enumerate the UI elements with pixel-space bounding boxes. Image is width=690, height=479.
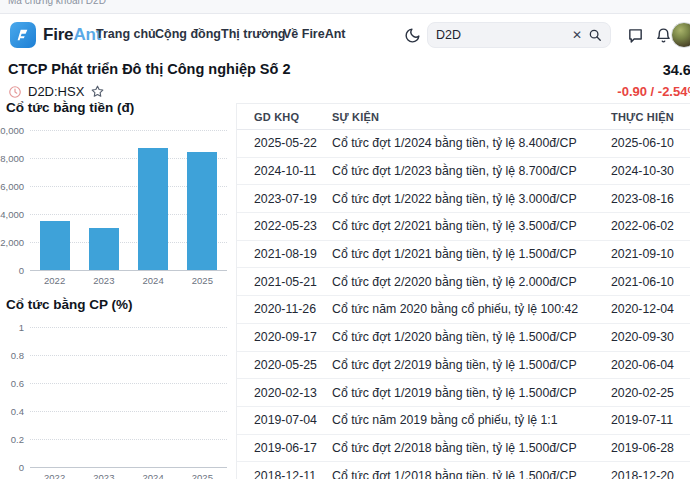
cell-thuc-hien: 2019-06-28 bbox=[611, 441, 690, 455]
x-tick-label: 2024 bbox=[129, 275, 178, 286]
y-tick-label: 0.4 bbox=[0, 406, 24, 417]
y-tick-label: 2,000 bbox=[0, 237, 24, 248]
y-tick-label: 0 bbox=[0, 462, 24, 473]
cell-thuc-hien: 2021-06-10 bbox=[611, 275, 690, 289]
table-row: 2021-05-21Cổ tức đợt 2/2020 bằng tiền, t… bbox=[237, 268, 690, 296]
cell-su-kien: Cổ tức đợt 2/2021 bằng tiền, tỷ lệ 3.500… bbox=[332, 219, 611, 233]
chart-title: Cổ tức bằng CP (%) bbox=[6, 297, 133, 312]
chat-icon bbox=[627, 27, 644, 44]
cell-thuc-hien: 2020-09-30 bbox=[611, 330, 690, 344]
navbar: FireAnt Trang chủ Cộng đồng Thị trường V… bbox=[0, 14, 690, 56]
x-tick-label: 2022 bbox=[30, 472, 79, 479]
y-tick-label: 0.2 bbox=[0, 434, 24, 445]
table-row: 2024-10-11Cổ tức đợt 1/2023 bằng tiền, t… bbox=[237, 158, 690, 186]
x-tick-label: 2024 bbox=[129, 472, 178, 479]
nav-thi-truong[interactable]: Thị trường bbox=[221, 27, 285, 41]
y-tick-label: 0.6 bbox=[0, 378, 24, 389]
cell-gd-khq: 2021-08-19 bbox=[237, 247, 332, 261]
cell-gd-khq: 2019-07-04 bbox=[237, 413, 332, 427]
bar-2024 bbox=[138, 148, 168, 270]
bar-2023 bbox=[89, 228, 119, 270]
watchlist-star-icon[interactable] bbox=[90, 84, 105, 99]
x-axis-line bbox=[30, 467, 227, 468]
x-axis-labels: 2022202320242025 bbox=[30, 472, 227, 479]
cell-gd-khq: 2020-05-25 bbox=[237, 358, 332, 372]
y-tick-label: 10,000 bbox=[0, 125, 24, 136]
x-tick-label: 2022 bbox=[30, 275, 79, 286]
fireant-logo[interactable]: FireAnt bbox=[10, 22, 101, 48]
x-tick-label: 2023 bbox=[79, 275, 128, 286]
y-tick-label: 1 bbox=[0, 322, 24, 333]
table-row: 2020-09-17Cổ tức đợt 1/2020 bằng tiền, t… bbox=[237, 324, 690, 352]
cell-thuc-hien: 2025-06-10 bbox=[611, 136, 690, 150]
price-block: 34.60 bbox=[663, 61, 690, 79]
col-thuc-hien: THỰC HIỆN bbox=[611, 111, 690, 123]
table-row: 2020-11-26Cổ tức năm 2020 bằng cổ phiếu,… bbox=[237, 296, 690, 324]
table-row: 2022-05-23Cổ tức đợt 2/2021 bằng tiền, t… bbox=[237, 213, 690, 241]
table-row: 2021-08-19Cổ tức đợt 1/2021 bằng tiền, t… bbox=[237, 241, 690, 269]
col-su-kien: SỰ KIỆN bbox=[332, 111, 611, 123]
cell-thuc-hien: 2020-06-04 bbox=[611, 358, 690, 372]
cell-su-kien: Cổ tức đợt 1/2023 bằng tiền, tỷ lệ 8.700… bbox=[332, 164, 611, 178]
cell-su-kien: Cổ tức đợt 1/2018 bằng tiền, tỷ lệ 1.500… bbox=[332, 469, 611, 479]
bar-2022 bbox=[40, 221, 70, 270]
messages-button[interactable] bbox=[622, 22, 648, 48]
cell-gd-khq: 2022-05-23 bbox=[237, 219, 332, 233]
x-tick-label: 2025 bbox=[178, 472, 227, 479]
fireant-logo-text: FireAnt bbox=[43, 25, 101, 45]
gridline bbox=[30, 411, 227, 412]
table-row: 2018-12-11Cổ tức đợt 1/2018 bằng tiền, t… bbox=[237, 462, 690, 479]
x-tick-label: 2025 bbox=[178, 275, 227, 286]
table-row: 2019-06-17Cổ tức đợt 2/2018 bằng tiền, t… bbox=[237, 435, 690, 463]
cell-thuc-hien: 2020-02-25 bbox=[611, 386, 690, 400]
cell-thuc-hien: 2023-08-16 bbox=[611, 192, 690, 206]
search-box[interactable]: ✕ bbox=[427, 22, 611, 48]
search-input[interactable] bbox=[436, 28, 566, 42]
cell-su-kien: Cổ tức đợt 2/2018 bằng tiền, tỷ lệ 1.500… bbox=[332, 441, 611, 455]
cell-gd-khq: 2020-09-17 bbox=[237, 330, 332, 344]
nav-cong-dong[interactable]: Cộng đồng bbox=[155, 27, 221, 41]
cell-su-kien: Cổ tức năm 2020 bằng cổ phiếu, tỷ lệ 100… bbox=[332, 302, 611, 316]
dark-mode-toggle[interactable] bbox=[399, 22, 425, 48]
cell-su-kien: Cổ tức đợt 1/2021 bằng tiền, tỷ lệ 1.500… bbox=[332, 247, 611, 261]
nav-trang-chu[interactable]: Trang chủ bbox=[96, 27, 156, 41]
cell-gd-khq: 2025-05-22 bbox=[237, 136, 332, 150]
cell-gd-khq: 2024-10-11 bbox=[237, 164, 332, 178]
table-row: 2025-05-22Cổ tức đợt 1/2024 bằng tiền, t… bbox=[237, 130, 690, 158]
nav-ve-fireant[interactable]: Về FireAnt bbox=[283, 27, 346, 41]
y-tick-label: 6,000 bbox=[0, 181, 24, 192]
table-body: 2025-05-22Cổ tức đợt 1/2024 bằng tiền, t… bbox=[237, 130, 690, 479]
cell-thuc-hien: 2024-10-30 bbox=[611, 164, 690, 178]
cell-thuc-hien: 2022-06-02 bbox=[611, 219, 690, 233]
charts-column: Cổ tức bằng tiền (đ)10,0008,0006,0004,00… bbox=[0, 98, 235, 479]
cell-gd-khq: 2023-07-19 bbox=[237, 192, 332, 206]
gridline bbox=[30, 327, 227, 328]
user-avatar[interactable] bbox=[671, 22, 690, 48]
search-icon[interactable] bbox=[588, 28, 602, 42]
table-row: 2023-07-19Cổ tức đợt 1/2022 bằng tiền, t… bbox=[237, 185, 690, 213]
x-axis-line bbox=[30, 270, 227, 271]
moon-icon bbox=[404, 27, 421, 44]
gridline bbox=[30, 355, 227, 356]
chart-plot-area: 10.80.60.40.20 bbox=[0, 327, 235, 468]
browser-remnant-strip: Mã chứng khoán D2D bbox=[0, 0, 690, 14]
gridline bbox=[30, 383, 227, 384]
y-tick-label: 4,000 bbox=[0, 209, 24, 220]
x-axis-labels: 2022202320242025 bbox=[30, 275, 227, 286]
cell-gd-khq: 2020-11-26 bbox=[237, 302, 332, 316]
last-price: 34.60 bbox=[663, 62, 690, 78]
cell-gd-khq: 2018-12-11 bbox=[237, 469, 332, 479]
col-gd-khq: GD KHQ bbox=[237, 111, 332, 123]
cell-su-kien: Cổ tức đợt 1/2022 bằng tiền, tỷ lệ 3.000… bbox=[332, 192, 611, 206]
cell-gd-khq: 2020-02-13 bbox=[237, 386, 332, 400]
cell-su-kien: Cổ tức năm 2019 bằng cổ phiếu, tỷ lệ 1:1 bbox=[332, 413, 611, 427]
price-change: -0.90 / -2.54% bbox=[617, 84, 690, 99]
bell-icon bbox=[655, 27, 672, 44]
search-clear-icon[interactable]: ✕ bbox=[572, 29, 582, 41]
gridline bbox=[30, 130, 227, 131]
cell-gd-khq: 2021-05-21 bbox=[237, 275, 332, 289]
chart-title: Cổ tức bằng tiền (đ) bbox=[6, 100, 134, 115]
cell-gd-khq: 2019-06-17 bbox=[237, 441, 332, 455]
dividend-table: GD KHQ SỰ KIỆN THỰC HIỆN 2025-05-22Cổ tứ… bbox=[236, 103, 690, 479]
cell-su-kien: Cổ tức đợt 1/2024 bằng tiền, tỷ lệ 8.400… bbox=[332, 136, 611, 150]
